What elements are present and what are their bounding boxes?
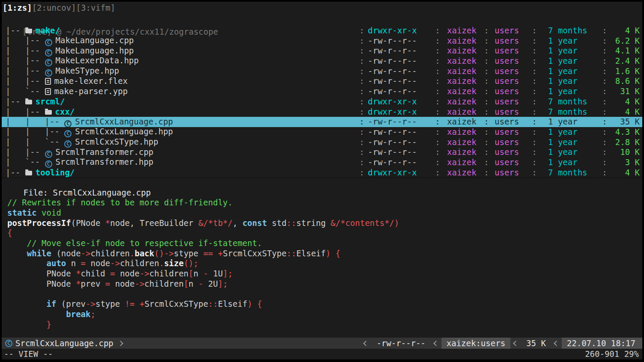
statusline-mtime: 22.07.10 18:17 xyxy=(562,338,642,349)
tree-prefix: |-- xyxy=(6,168,25,177)
file-owner: xaizek xyxy=(441,56,483,66)
file-age: 1 year xyxy=(538,86,601,97)
chevron-left-icon xyxy=(554,341,559,346)
column-separator: : xyxy=(601,76,608,86)
cpp-icon: C xyxy=(64,140,72,148)
file-perms: -rw-r--r-- xyxy=(365,76,434,86)
code-line: } xyxy=(7,320,642,330)
file-owner: xaizek xyxy=(441,26,483,36)
tree-prefix: | |-- xyxy=(6,46,45,55)
code-line: postProcessIf(PNode *node, TreeBuilder &… xyxy=(7,218,642,228)
column-separator: : xyxy=(358,168,365,178)
file-size: 2.4 K xyxy=(608,56,642,66)
file-owner: xaizek xyxy=(441,168,483,178)
file-owner: xaizek xyxy=(441,46,483,56)
file-group: users xyxy=(490,117,531,127)
file-row-srcml[interactable]: |-- srcml/:drwxr-xr-x:xaizek:users:7 mon… xyxy=(2,97,642,107)
file-name: make/ xyxy=(36,26,60,35)
file-age: 7 months xyxy=(538,97,601,107)
tree-prefix: | | |-- xyxy=(6,127,64,136)
file-row-SrcmlCxxSType-hpp[interactable]: | | `-- CSrcmlCxxSType.hpp:-rw-r--r--:xa… xyxy=(2,137,642,148)
chevron-right-icon xyxy=(118,341,123,346)
column-separator: : xyxy=(531,26,538,36)
file-row-cxx[interactable]: | |-- cxx/:drwxr-xr-x:xaizek:users:7 mon… xyxy=(2,107,642,117)
file-row-SrcmlTransformer-hpp[interactable]: | `-- CSrcmlTransformer.hpp:-rw-r--r--:x… xyxy=(2,157,642,168)
tmux-window[interactable]: [2:uncov] xyxy=(32,3,76,12)
file-row-MakeLanguage-cpp[interactable]: | |-- CMakeLanguage.cpp:-rw-r--r--:xaize… xyxy=(2,36,642,46)
file-name-cell: | |-- CSrcmlTransformer.cpp xyxy=(2,147,358,158)
column-separator: : xyxy=(434,127,441,137)
file-owner: xaizek xyxy=(441,36,483,46)
tree-prefix: | |-- xyxy=(6,107,45,116)
file-name: SrcmlTransformer.hpp xyxy=(56,157,154,166)
file-owner: xaizek xyxy=(441,107,483,117)
tree-prefix: | `-- xyxy=(6,86,45,96)
file-row-SrcmlTransformer-cpp[interactable]: | |-- CSrcmlTransformer.cpp:-rw-r--r--:x… xyxy=(2,147,642,157)
file-group: users xyxy=(490,127,531,137)
file-perms: -rw-r--r-- xyxy=(365,46,434,56)
column-separator: : xyxy=(483,97,490,107)
file-row-MakeLanguage-hpp[interactable]: | |-- CMakeLanguage.hpp:-rw-r--r--:xaize… xyxy=(2,46,642,56)
column-separator: : xyxy=(483,76,490,86)
column-separator: : xyxy=(531,168,538,178)
file-owner: xaizek xyxy=(441,76,483,86)
column-separator: : xyxy=(358,157,365,168)
file-size: 4 K xyxy=(608,107,642,117)
column-separator: : xyxy=(601,147,608,157)
folder-icon xyxy=(25,171,32,175)
file-perms: drwxr-xr-x xyxy=(365,168,434,178)
file-row-tooling[interactable]: |-- tooling/:drwxr-xr-x:xaizek:users:7 m… xyxy=(2,168,642,178)
file-perms: drwxr-xr-x xyxy=(365,26,434,36)
file-row-make-lexer-flex[interactable]: | |-- make-lexer.flex:-rw-r--r--:xaizek:… xyxy=(2,76,642,86)
file-row-SrcmlCxxLanguage-cpp[interactable]: | | |-- CSrcmlCxxLanguage.cpp:-rw-r--r--… xyxy=(2,117,642,127)
column-separator: : xyxy=(358,137,365,148)
file-name: MakeLanguage.cpp xyxy=(56,36,134,45)
column-separator: : xyxy=(483,137,490,148)
file-row-MakeSType-hpp[interactable]: | |-- CMakeSType.hpp:-rw-r--r--:xaizek:u… xyxy=(2,66,642,77)
file-owner: xaizek xyxy=(441,86,483,97)
folder-icon xyxy=(45,110,52,115)
tree-prefix: | |-- xyxy=(6,147,45,157)
cpp-icon: C xyxy=(45,160,52,168)
file-size: 4.1 K xyxy=(608,46,642,56)
file-perms: -rw-r--r-- xyxy=(365,56,434,66)
column-separator: : xyxy=(601,97,608,107)
column-separator: : xyxy=(483,147,490,157)
tmux-window[interactable]: [1:zs] xyxy=(3,3,32,12)
file-size: 10 K xyxy=(608,147,642,157)
column-separator: : xyxy=(358,97,365,107)
file-row-make-parser-ypp[interactable]: | `-- make-parser.ypp:-rw-r--r--:xaizek:… xyxy=(2,86,642,97)
file-name: SrcmlTransformer.cpp xyxy=(56,147,154,157)
column-separator: : xyxy=(531,137,538,148)
tmux-window[interactable]: [3:vifm] xyxy=(76,3,116,12)
code-line: // Rewrites if nodes to be more diff-fri… xyxy=(7,198,642,208)
column-separator: : xyxy=(531,56,538,66)
file-name-cell: | | |-- CSrcmlCxxLanguage.cpp xyxy=(2,117,358,128)
file-row-SrcmlCxxLanguage-hpp[interactable]: | | |-- CSrcmlCxxLanguage.hpp:-rw-r--r--… xyxy=(2,127,642,137)
file-group: users xyxy=(490,26,531,36)
column-separator: : xyxy=(601,66,608,77)
file-row-MakeLexerData-hpp[interactable]: | |-- CMakeLexerData.hpp:-rw-r--r--:xaiz… xyxy=(2,56,642,66)
file-name: cxx/ xyxy=(55,107,75,116)
code-line: auto n = node->children.size(); xyxy=(7,258,642,269)
column-separator: : xyxy=(601,26,608,36)
tree-prefix: |-- xyxy=(6,26,25,35)
file-age: 1 year xyxy=(538,66,601,77)
chevron-left-icon xyxy=(364,341,369,346)
column-separator: : xyxy=(483,168,490,178)
file-name-cell: | | |-- CSrcmlCxxLanguage.hpp xyxy=(2,127,358,137)
statusline-filename: SrcmlCxxLanguage.cpp xyxy=(15,338,113,348)
file-row-make[interactable]: |-- make/:drwxr-xr-x:xaizek:users:7 mont… xyxy=(2,26,642,36)
column-separator: : xyxy=(483,56,490,66)
file-name: tooling/ xyxy=(36,168,75,177)
column-separator: : xyxy=(483,117,490,127)
file-size: 6.2 K xyxy=(608,36,642,46)
column-separator: : xyxy=(434,76,441,86)
file-owner: xaizek xyxy=(441,137,483,148)
file-age: 7 months xyxy=(538,107,601,117)
file-age: 1 year xyxy=(538,157,601,168)
code-line: // Move else-if node to respective if-st… xyxy=(7,238,642,249)
code-preview-pane[interactable]: // Rewrites if nodes to be more diff-fri… xyxy=(2,188,642,338)
tree-prefix: | | `-- xyxy=(6,137,64,146)
file-group: users xyxy=(490,66,531,77)
